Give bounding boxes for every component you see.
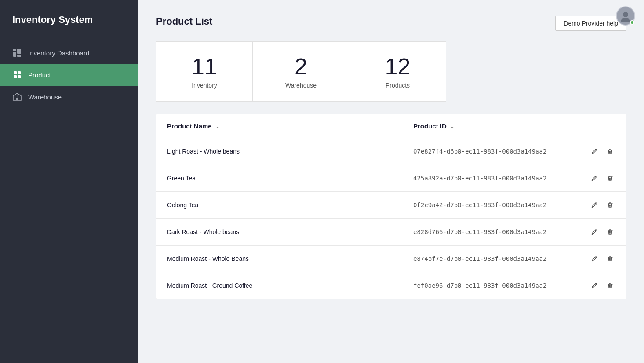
cell-actions: [580, 227, 615, 237]
sort-name-icon: ⌄: [215, 123, 220, 129]
col-product-name-header[interactable]: Product Name ⌄: [167, 122, 413, 130]
delete-button[interactable]: [605, 173, 615, 183]
sidebar-item-label: Warehouse: [28, 93, 62, 101]
table-row: Light Roast - Whole beans 07e827f4-d6b0-…: [156, 138, 626, 165]
stat-label-warehouse: Warehouse: [285, 82, 317, 89]
svg-rect-7: [18, 71, 21, 74]
user-avatar[interactable]: [616, 6, 635, 26]
stat-card-warehouse: 2 Warehouse: [253, 41, 349, 102]
sidebar-nav: Inventory Dashboard Product: [0, 42, 138, 108]
product-table: Product Name ⌄ Product ID ⌄ Light Roast …: [156, 114, 626, 299]
warehouse-icon: [12, 92, 22, 102]
cell-product-name: Oolong Tea: [167, 202, 413, 209]
svg-point-1: [621, 18, 630, 22]
cell-product-name: Dark Roast - Whole beans: [167, 228, 413, 235]
svg-rect-4: [17, 49, 21, 54]
delete-button[interactable]: [605, 280, 615, 291]
edit-button[interactable]: [589, 280, 600, 291]
edit-button[interactable]: [589, 173, 600, 183]
cell-product-id: fef0ae96-d7b0-ec11-983f-000d3a149aa2: [413, 282, 580, 289]
cell-actions: [580, 173, 615, 183]
main-content: Product List Demo Provider help 11 Inven…: [138, 0, 644, 363]
edit-button[interactable]: [589, 200, 600, 210]
page-title: Product List: [156, 16, 212, 27]
cell-product-id: 07e827f4-d6b0-ec11-983f-000d3a149aa2: [413, 148, 580, 155]
sidebar-item-label: Inventory Dashboard: [28, 49, 89, 57]
stat-number-inventory: 11: [192, 54, 217, 79]
sidebar-item-warehouse[interactable]: Warehouse: [0, 86, 138, 108]
stat-card-products: 12 Products: [349, 41, 446, 102]
svg-rect-5: [17, 55, 21, 57]
sort-id-icon: ⌄: [450, 123, 455, 129]
svg-rect-9: [18, 75, 21, 78]
delete-button[interactable]: [605, 200, 615, 210]
cell-product-name: Medium Roast - Ground Coffee: [167, 282, 413, 289]
table-row: Green Tea 425a892a-d7b0-ec11-983f-000d3a…: [156, 165, 626, 192]
delete-button[interactable]: [605, 146, 615, 157]
online-status-dot: [630, 20, 634, 25]
table-row: Oolong Tea 0f2c9a42-d7b0-ec11-983f-000d3…: [156, 192, 626, 219]
delete-button[interactable]: [605, 253, 615, 264]
product-icon: [12, 70, 22, 80]
delete-button[interactable]: [605, 227, 615, 237]
stat-label-products: Products: [386, 82, 410, 89]
cell-actions: [580, 200, 615, 210]
table-row: Medium Roast - Whole Beans e874bf7e-d7b0…: [156, 246, 626, 272]
svg-rect-2: [13, 49, 16, 51]
col-product-id-header[interactable]: Product ID ⌄: [413, 122, 580, 130]
dashboard-icon: [12, 48, 22, 58]
app-title: Inventory System: [0, 0, 138, 38]
stat-number-warehouse: 2: [295, 54, 307, 79]
svg-rect-3: [13, 52, 16, 57]
table-header-row: Product Name ⌄ Product ID ⌄: [156, 114, 626, 138]
edit-button[interactable]: [589, 227, 600, 237]
table-body: Light Roast - Whole beans 07e827f4-d6b0-…: [156, 138, 626, 299]
cell-product-id: 0f2c9a42-d7b0-ec11-983f-000d3a149aa2: [413, 202, 580, 209]
sidebar-item-product[interactable]: Product: [0, 64, 138, 86]
table-row: Medium Roast - Ground Coffee fef0ae96-d7…: [156, 272, 626, 299]
sidebar: Inventory System Inventory Dashboard: [0, 0, 138, 363]
svg-rect-6: [14, 71, 17, 74]
page-header: Product List Demo Provider help: [156, 16, 626, 31]
cell-actions: [580, 146, 615, 157]
cell-product-id: e828d766-d7b0-ec11-983f-000d3a149aa2: [413, 228, 580, 235]
sidebar-item-inventory-dashboard[interactable]: Inventory Dashboard: [0, 42, 138, 64]
cell-actions: [580, 280, 615, 291]
svg-point-0: [623, 12, 628, 17]
cell-product-id: 425a892a-d7b0-ec11-983f-000d3a149aa2: [413, 175, 580, 182]
svg-rect-8: [14, 75, 17, 78]
col-product-id-label: Product ID: [413, 122, 447, 130]
table-row: Dark Roast - Whole beans e828d766-d7b0-e…: [156, 219, 626, 246]
cell-product-id: e874bf7e-d7b0-ec11-983f-000d3a149aa2: [413, 255, 580, 262]
edit-button[interactable]: [589, 253, 600, 264]
stats-row: 11 Inventory 2 Warehouse 12 Products: [156, 41, 626, 102]
stat-card-inventory: 11 Inventory: [156, 41, 253, 102]
cell-product-name: Light Roast - Whole beans: [167, 148, 413, 155]
sidebar-item-label: Product: [28, 71, 51, 79]
cell-actions: [580, 253, 615, 264]
cell-product-name: Medium Roast - Whole Beans: [167, 255, 413, 262]
stat-number-products: 12: [385, 54, 411, 79]
cell-product-name: Green Tea: [167, 175, 413, 182]
col-product-name-label: Product Name: [167, 122, 212, 130]
edit-button[interactable]: [589, 146, 600, 157]
stat-label-inventory: Inventory: [192, 82, 217, 89]
